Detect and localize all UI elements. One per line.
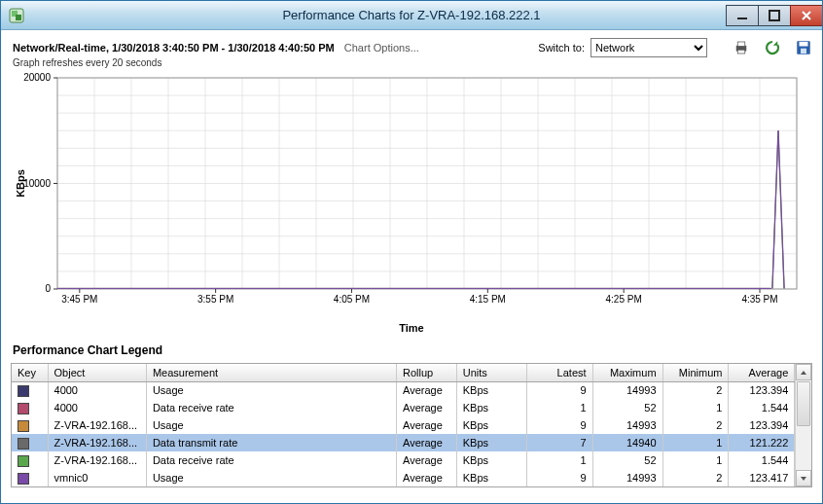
x-tick-label: 4:25 PM (606, 294, 642, 305)
vsphere-icon (9, 8, 24, 23)
scroll-track[interactable] (796, 380, 811, 470)
column-header[interactable]: Measurement (146, 364, 396, 381)
table-cell: Data receive rate (146, 399, 396, 416)
table-cell: 2 (662, 469, 729, 486)
svg-rect-2 (16, 15, 21, 20)
x-tick-label: 4:35 PM (741, 294, 777, 305)
table-cell: Data transmit rate (146, 434, 396, 451)
table-cell: KBps (456, 416, 526, 434)
table-cell: 123.394 (729, 381, 795, 399)
table-cell: 14940 (592, 434, 662, 451)
toolbar-icons (733, 39, 812, 56)
table-cell (12, 416, 48, 434)
header-row: Network/Real-time, 1/30/2018 3:40:50 PM … (1, 30, 822, 57)
column-header[interactable]: Units (456, 364, 526, 381)
y-tick-label: 10000 (23, 178, 51, 189)
table-cell: KBps (456, 451, 526, 469)
table-cell: 121.222 (729, 434, 795, 451)
save-icon[interactable] (795, 39, 812, 56)
legend-table-wrap: KeyObjectMeasurementRollupUnitsLatestMax… (11, 363, 812, 487)
column-header[interactable]: Latest (526, 364, 592, 381)
table-cell: KBps (456, 399, 526, 416)
table-cell: 9 (526, 381, 592, 399)
switch-to-label: Switch to: (538, 42, 585, 54)
table-cell: KBps (456, 434, 526, 451)
table-row[interactable]: 4000UsageAverageKBps9149932123.394 (12, 381, 795, 399)
refresh-icon[interactable] (764, 39, 781, 56)
table-cell: 7 (526, 434, 592, 451)
x-tick-label: 3:45 PM (61, 294, 97, 305)
table-cell: KBps (456, 469, 526, 486)
table-cell (12, 399, 48, 416)
table-cell: 14993 (592, 469, 662, 486)
scroll-down-button[interactable] (796, 470, 811, 486)
chart-options-link[interactable]: Chart Options... (344, 42, 419, 54)
titlebar[interactable]: Performance Charts for Z-VRA-192.168.222… (1, 1, 822, 30)
table-cell: 1 (662, 399, 729, 416)
column-header[interactable]: Average (729, 364, 795, 381)
table-cell: 14993 (592, 416, 662, 434)
table-row[interactable]: Z-VRA-192.168...UsageAverageKBps91499321… (12, 416, 795, 434)
column-header[interactable]: Object (48, 364, 146, 381)
x-axis-label: Time (11, 322, 812, 334)
x-tick-label: 4:15 PM (470, 294, 506, 305)
table-cell: Data receive rate (146, 451, 396, 469)
table-cell: Average (397, 381, 457, 399)
scroll-thumb[interactable] (797, 381, 810, 426)
table-cell: 2 (662, 416, 729, 434)
table-cell: Usage (146, 469, 396, 486)
legend-table[interactable]: KeyObjectMeasurementRollupUnitsLatestMax… (12, 364, 795, 486)
table-cell: 1.544 (729, 451, 795, 469)
spike-line (772, 130, 784, 288)
table-cell (12, 451, 48, 469)
table-cell: KBps (456, 381, 526, 399)
table-cell: 52 (592, 399, 662, 416)
key-swatch (18, 473, 29, 485)
window-title: Performance Charts for Z-VRA-192.168.222… (1, 8, 822, 22)
key-swatch (18, 403, 29, 414)
key-swatch (18, 385, 29, 397)
table-row[interactable]: Z-VRA-192.168...Data receive rateAverage… (12, 451, 795, 469)
key-swatch (18, 438, 29, 450)
table-cell: 123.394 (729, 416, 795, 434)
column-header[interactable]: Maximum (592, 364, 662, 381)
key-swatch (18, 455, 29, 467)
svg-rect-10 (801, 49, 806, 54)
x-tick-label: 3:55 PM (197, 294, 233, 305)
table-cell: Average (397, 416, 457, 434)
table-cell: vmnic0 (48, 469, 146, 486)
print-icon[interactable] (733, 39, 750, 56)
table-row[interactable]: Z-VRA-192.168...Data transmit rateAverag… (12, 434, 795, 451)
maximize-button[interactable] (758, 5, 791, 26)
scroll-up-button[interactable] (796, 364, 811, 380)
refresh-note: Graph refreshes every 20 seconds (1, 57, 822, 72)
table-cell: 1 (662, 451, 729, 469)
table-row[interactable]: 4000Data receive rateAverageKBps15211.54… (12, 399, 795, 416)
table-cell: 52 (592, 451, 662, 469)
legend-title: Performance Chart Legend (1, 334, 822, 363)
table-cell: 4000 (48, 399, 146, 416)
svg-rect-4 (769, 11, 779, 20)
close-button[interactable] (790, 5, 823, 26)
performance-chart: 010000200003:45 PM3:55 PM4:05 PM4:15 PM4… (11, 72, 808, 320)
table-cell: 1 (662, 434, 729, 451)
table-cell: 1 (526, 451, 592, 469)
table-cell: Z-VRA-192.168... (48, 451, 146, 469)
minimize-button[interactable] (726, 5, 759, 26)
table-cell: 4000 (48, 381, 146, 399)
column-header[interactable]: Key (12, 364, 48, 381)
column-header[interactable]: Rollup (397, 364, 457, 381)
switch-to-dropdown[interactable]: Network (590, 38, 707, 57)
spike-line (772, 130, 784, 288)
svg-rect-7 (737, 50, 745, 54)
table-row[interactable]: vmnic0UsageAverageKBps9149932123.417 (12, 469, 795, 486)
table-cell: 9 (526, 469, 592, 486)
table-cell: 1.544 (729, 399, 795, 416)
svg-rect-3 (737, 18, 747, 19)
column-header[interactable]: Minimum (662, 364, 729, 381)
table-cell: Average (397, 451, 457, 469)
table-cell: 14993 (592, 381, 662, 399)
table-cell: Z-VRA-192.168... (48, 416, 146, 434)
legend-scrollbar[interactable] (795, 364, 811, 486)
table-cell: 1 (526, 399, 592, 416)
